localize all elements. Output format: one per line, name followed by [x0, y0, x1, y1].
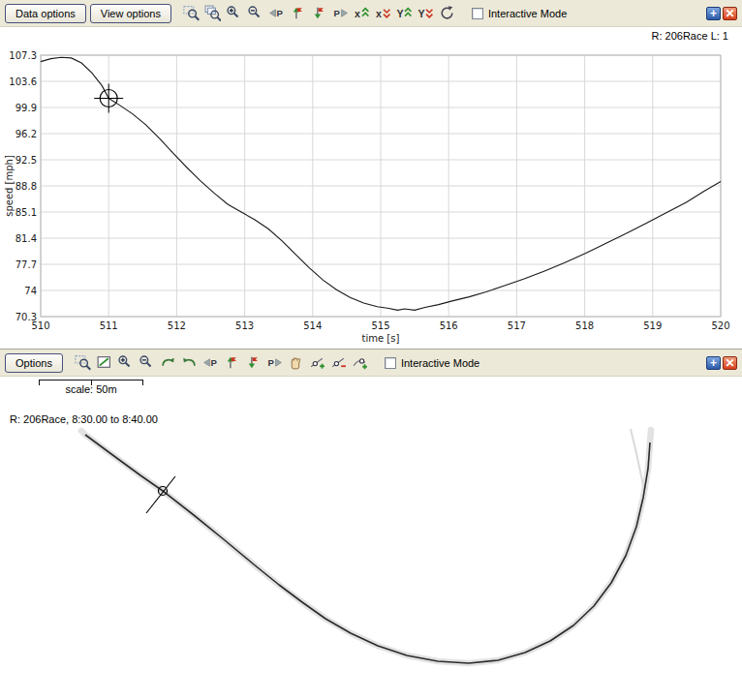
interactive-mode-checkbox[interactable]	[472, 8, 483, 19]
marker-start-icon[interactable]	[223, 353, 241, 372]
add-node-alt-icon[interactable]	[351, 353, 369, 372]
window-controls: + ✕	[706, 356, 737, 370]
svg-text:88.8: 88.8	[15, 181, 37, 192]
svg-text:Y: Y	[396, 8, 403, 19]
map-toolbar: Options PP Interactive Mode + ✕	[0, 350, 742, 377]
zoom-out-icon[interactable]	[246, 4, 264, 22]
svg-text:96.2: 96.2	[15, 129, 37, 139]
y-axis-shrink-icon[interactable]: Y	[417, 4, 435, 22]
svg-text:time [s]: time [s]	[362, 333, 400, 344]
add-node-icon[interactable]	[308, 353, 326, 372]
chart-toolbar-icons: PPxxYY	[182, 4, 456, 22]
svg-text:85.1: 85.1	[15, 207, 37, 218]
svg-text:speed [mph]: speed [mph]	[4, 155, 15, 217]
svg-text:x: x	[376, 8, 382, 19]
close-button[interactable]: ✕	[723, 7, 737, 20]
goto-previous-lap-icon[interactable]: P	[267, 4, 286, 22]
svg-text:81.4: 81.4	[15, 233, 37, 244]
marker-start-icon[interactable]	[289, 4, 307, 22]
remove-node-icon[interactable]	[329, 353, 348, 372]
select-area-icon[interactable]	[95, 353, 113, 372]
svg-text:Y: Y	[417, 8, 424, 19]
svg-text:517: 517	[508, 320, 526, 331]
options-button[interactable]: Options	[5, 353, 63, 373]
svg-text:99.9: 99.9	[15, 103, 37, 113]
svg-text:x: x	[355, 8, 360, 19]
svg-text:512: 512	[168, 320, 186, 331]
svg-text:103.6: 103.6	[9, 76, 37, 87]
svg-text:510: 510	[31, 320, 49, 331]
zoom-out-icon[interactable]	[138, 353, 156, 372]
interactive-mode-checkbox[interactable]	[385, 357, 396, 369]
goto-previous-lap-icon[interactable]: P	[201, 353, 220, 372]
svg-text:518: 518	[575, 320, 594, 331]
dock-button[interactable]: +	[706, 356, 721, 370]
reset-rotate-icon[interactable]	[438, 4, 456, 22]
pan-hand-icon[interactable]	[287, 353, 305, 372]
rotate-ccw-icon[interactable]	[180, 353, 199, 372]
marker-end-icon[interactable]	[244, 353, 263, 372]
svg-text:513: 513	[235, 320, 254, 331]
svg-text:514: 514	[303, 320, 322, 331]
zoom-region-icon[interactable]	[182, 4, 201, 22]
svg-text:92.5: 92.5	[15, 155, 37, 166]
dock-button[interactable]: +	[706, 7, 721, 20]
view-options-button[interactable]: View options	[90, 4, 171, 23]
svg-text:519: 519	[643, 320, 662, 331]
zoom-in-icon[interactable]	[116, 353, 135, 372]
svg-text:74: 74	[24, 286, 37, 296]
scale-bar-line	[39, 380, 143, 385]
close-button[interactable]: ✕	[723, 356, 737, 370]
rotate-cw-icon[interactable]	[159, 353, 177, 372]
svg-text:P: P	[276, 8, 283, 18]
svg-text:P: P	[268, 357, 275, 368]
marker-end-icon[interactable]	[310, 4, 328, 22]
svg-text:P: P	[334, 8, 341, 18]
zoom-window-icon[interactable]	[203, 4, 222, 22]
run-lap-info-label: R: 206Race L: 1	[652, 30, 729, 42]
chart-panel: Data options View options PPxxYY Interac…	[0, 0, 742, 349]
scale-bar: scale: 50m	[39, 380, 143, 395]
x-axis-expand-icon[interactable]: x	[353, 4, 371, 22]
svg-text:516: 516	[440, 320, 458, 331]
run-range-info-label: R: 206Race, 8:30.00 to 8:40.00	[10, 413, 158, 425]
data-options-button[interactable]: Data options	[5, 4, 86, 23]
svg-text:107.3: 107.3	[9, 50, 37, 61]
goto-next-lap-icon[interactable]: P	[265, 353, 284, 372]
interactive-mode-label: Interactive Mode	[401, 357, 479, 369]
svg-text:520: 520	[711, 320, 729, 331]
svg-text:P: P	[210, 357, 217, 368]
map-toolbar-icons: PP	[74, 353, 369, 372]
zoom-region-icon[interactable]	[74, 353, 92, 372]
svg-text:77.7: 77.7	[15, 259, 37, 270]
goto-next-lap-icon[interactable]: P	[331, 4, 350, 22]
interactive-mode-group: Interactive Mode	[472, 8, 567, 19]
svg-text:511: 511	[100, 320, 118, 331]
window-controls: + ✕	[706, 7, 737, 20]
track-map[interactable]	[0, 350, 742, 700]
map-panel: Options PP Interactive Mode + ✕ scale: 5…	[0, 349, 742, 700]
svg-text:515: 515	[371, 320, 389, 331]
speed-time-chart[interactable]: 70.37477.781.485.188.892.596.299.9103.61…	[0, 0, 742, 349]
x-axis-shrink-icon[interactable]: x	[374, 4, 392, 22]
zoom-in-icon[interactable]	[225, 4, 243, 22]
y-axis-expand-icon[interactable]: Y	[395, 4, 414, 22]
chart-toolbar: Data options View options PPxxYY Interac…	[0, 0, 742, 27]
interactive-mode-label: Interactive Mode	[488, 8, 567, 19]
interactive-mode-group: Interactive Mode	[385, 357, 479, 369]
